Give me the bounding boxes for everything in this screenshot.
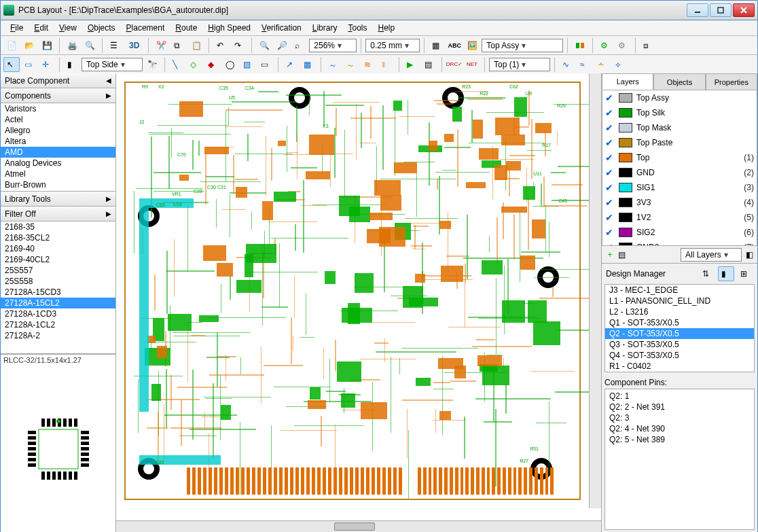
cut-button[interactable]: ✂️ (153, 38, 169, 53)
menu-route[interactable]: Route (170, 22, 202, 34)
layer-color-swatch[interactable] (619, 183, 632, 192)
tab-objects[interactable]: Objects (653, 73, 705, 90)
menu-high-speed[interactable]: High Speed (202, 22, 256, 34)
menu-file[interactable]: File (5, 22, 29, 34)
part-item[interactable]: 25S557 (1, 265, 115, 276)
redo-button[interactable]: ↷ (231, 38, 247, 53)
table-button[interactable]: ▦ (300, 57, 317, 72)
part-item[interactable]: 27128A-15CL2 (1, 298, 115, 308)
library-tools-header[interactable]: Library Tools▶ (1, 192, 115, 207)
tab-properties[interactable]: Properties (706, 73, 757, 90)
layer-color-swatch[interactable] (619, 138, 632, 147)
pin-item[interactable]: Q2: 1 (609, 391, 750, 402)
dm-item[interactable]: Q4 - SOT-353/X0.5 (605, 350, 754, 361)
pin-item[interactable]: Q2: 2 - Net 391 (609, 402, 750, 412)
layer-row[interactable]: ✔SIG1(3) (602, 180, 757, 195)
measure-button[interactable]: ▭ (21, 57, 37, 72)
dm-net-button[interactable]: ⊞ (737, 266, 753, 281)
vertical-scrollbar[interactable] (589, 73, 601, 508)
pin-item[interactable]: Q2: 3 (609, 412, 750, 423)
dm-sort-button[interactable]: ⇅ (699, 266, 715, 281)
horizontal-scrollbar[interactable] (116, 520, 601, 532)
library-item[interactable]: Actel (1, 114, 115, 125)
layer-color-swatch[interactable] (619, 213, 632, 222)
find-button[interactable]: 🔭 (144, 57, 160, 72)
new-button[interactable]: 📄 (3, 38, 20, 53)
dm-item[interactable]: R1 - C0402 (605, 361, 754, 372)
layer-color-swatch[interactable] (619, 93, 632, 103)
layer-options-button[interactable]: ▤ (618, 250, 626, 260)
zoom-in-button[interactable]: 🔍 (256, 38, 272, 53)
layer-color-swatch[interactable] (619, 108, 632, 118)
autoroute-setup-button[interactable]: ▤ (421, 57, 437, 72)
autoroute-run-button[interactable]: ▶ (403, 57, 420, 72)
default-mode-button[interactable]: ↖ (3, 57, 20, 72)
board-button[interactable] (572, 38, 588, 53)
part-item[interactable]: 2169-40 (1, 243, 115, 254)
dm-item[interactable]: L1 - PANASONIC_ELL_IND (605, 296, 754, 306)
origin-button[interactable]: ✛ (39, 57, 55, 72)
pins-list[interactable]: Q2: 1Q2: 2 - Net 391Q2: 3Q2: 4 - Net 390… (604, 389, 755, 530)
pin-item[interactable]: Q2: 4 - Net 390 (609, 423, 750, 434)
open-button[interactable]: 📂 (21, 38, 37, 53)
check-drc-button[interactable]: DRC✓ (446, 57, 463, 72)
menu-library[interactable]: Library (307, 22, 343, 34)
dm-item[interactable]: L2 - L3216 (605, 306, 754, 317)
library-item[interactable]: Analog Devices (1, 158, 115, 169)
edit-trace-button[interactable]: ～ (325, 57, 342, 72)
layer-color-swatch[interactable] (619, 228, 632, 237)
part-item[interactable]: 2169-40CL2 (1, 254, 115, 265)
length-button[interactable]: ⟡ (612, 57, 628, 72)
library-list[interactable]: VaristorsActelAllegroAlteraAMDAnalog Dev… (1, 103, 115, 192)
part-item[interactable]: 27128A-15CD3 (1, 287, 115, 298)
mount-hole-button[interactable]: ◯ (222, 57, 238, 72)
maximize-button[interactable] (710, 3, 732, 17)
dm-item[interactable]: J3 - MEC-1_EDGE (605, 285, 754, 296)
undo-button[interactable]: ↶ (213, 38, 230, 53)
paste-button[interactable]: 📋 (188, 38, 204, 53)
library-item[interactable]: Atmel (1, 169, 115, 179)
copper-pour-button[interactable]: ▨ (240, 57, 256, 72)
place-component-button[interactable]: ▮ (64, 57, 80, 72)
menu-help[interactable]: Help (372, 22, 400, 34)
close-button[interactable] (733, 3, 755, 17)
menu-tools[interactable]: Tools (342, 22, 372, 34)
dm-item[interactable]: R2 - C0402 (605, 372, 754, 372)
grid-combo[interactable]: 0.25 mm▾ (365, 39, 420, 52)
bus-button[interactable]: ≋ (361, 57, 377, 72)
components-header[interactable]: Components▶ (1, 88, 115, 103)
layer-row[interactable]: ✔Top Silk (602, 105, 757, 120)
phase-tune-button[interactable]: ∿ (559, 57, 575, 72)
picture-button[interactable]: 🖼️ (464, 38, 480, 53)
part-list[interactable]: 2168-352168-35CL22169-402169-40CL225S557… (1, 221, 115, 354)
tab-layers[interactable]: Layers (602, 73, 653, 90)
contrast-button[interactable]: ◧ (746, 250, 753, 260)
design-manager-list[interactable]: J3 - MEC-1_EDGEL1 - PANASONIC_ELL_INDL2 … (604, 284, 755, 372)
board-outline-button[interactable]: ▭ (257, 57, 274, 72)
layer-combo[interactable]: Top (1)▾ (489, 58, 550, 71)
copy-button[interactable]: ⧉ (170, 38, 187, 53)
layer-color-swatch[interactable] (619, 198, 632, 207)
zoom-window-button[interactable]: ⌕ (291, 38, 308, 53)
part-item[interactable]: 27128A-1CL2 (1, 319, 115, 330)
layer-row[interactable]: ✔GND2(7) (602, 240, 757, 246)
scroll-thumb[interactable] (334, 522, 375, 531)
part-item[interactable]: 2168-35 (1, 221, 115, 232)
layer-color-swatch[interactable] (619, 123, 632, 132)
layer-row[interactable]: ✔Top(1) (602, 150, 757, 165)
drc-off-button[interactable]: ⚙ (615, 38, 631, 53)
dm-component-button[interactable]: ▮ (718, 266, 734, 281)
assy-combo[interactable]: Top Assy▾ (482, 39, 563, 52)
fanout-button[interactable]: ⫴ (378, 57, 395, 72)
layer-display-button[interactable]: ▦ (429, 38, 445, 53)
menu-view[interactable]: View (54, 22, 82, 34)
renumber-button[interactable]: ⧈ (640, 38, 656, 53)
layer-color-swatch[interactable] (619, 168, 632, 177)
meander-button[interactable]: ⩪ (594, 57, 611, 72)
preview-button[interactable]: 🔍 (82, 38, 98, 53)
layer-row[interactable]: ✔Top Paste (602, 135, 757, 150)
print-button[interactable]: 🖨️ (64, 38, 80, 53)
text-tool-button[interactable]: ABC (446, 38, 463, 53)
layer-list[interactable]: ✔Top Assy✔Top Silk✔Top Mask✔Top Paste✔To… (602, 90, 757, 246)
zoom-combo[interactable]: 256%▾ (309, 39, 357, 52)
